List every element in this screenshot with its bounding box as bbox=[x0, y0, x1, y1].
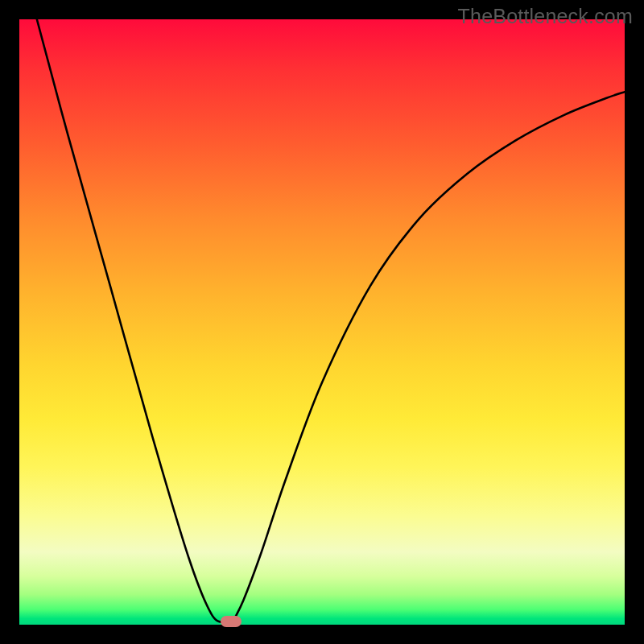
curve-right-branch bbox=[231, 92, 625, 625]
minimum-marker bbox=[221, 616, 242, 627]
watermark-label: TheBottleneck.com bbox=[458, 5, 633, 28]
chart-frame: TheBottleneck.com bbox=[0, 0, 644, 644]
curve-layer bbox=[19, 19, 625, 625]
plot-area bbox=[19, 19, 625, 625]
curve-left-branch bbox=[37, 19, 231, 625]
